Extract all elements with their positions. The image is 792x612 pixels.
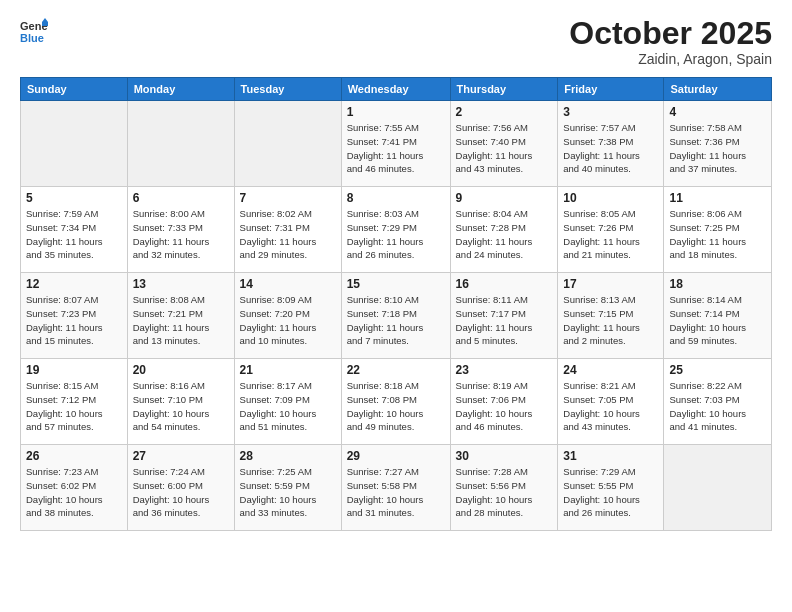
day-number: 22 — [347, 363, 445, 377]
day-cell: 23Sunrise: 8:19 AM Sunset: 7:06 PM Dayli… — [450, 359, 558, 445]
day-info: Sunrise: 8:18 AM Sunset: 7:08 PM Dayligh… — [347, 379, 445, 434]
day-info: Sunrise: 7:29 AM Sunset: 5:55 PM Dayligh… — [563, 465, 658, 520]
day-info: Sunrise: 8:17 AM Sunset: 7:09 PM Dayligh… — [240, 379, 336, 434]
day-number: 16 — [456, 277, 553, 291]
day-info: Sunrise: 7:25 AM Sunset: 5:59 PM Dayligh… — [240, 465, 336, 520]
day-cell: 22Sunrise: 8:18 AM Sunset: 7:08 PM Dayli… — [341, 359, 450, 445]
svg-text:Blue: Blue — [20, 32, 44, 44]
day-number: 30 — [456, 449, 553, 463]
day-cell: 25Sunrise: 8:22 AM Sunset: 7:03 PM Dayli… — [664, 359, 772, 445]
day-number: 4 — [669, 105, 766, 119]
day-number: 9 — [456, 191, 553, 205]
day-number: 17 — [563, 277, 658, 291]
day-info: Sunrise: 7:24 AM Sunset: 6:00 PM Dayligh… — [133, 465, 229, 520]
day-number: 10 — [563, 191, 658, 205]
weekday-saturday: Saturday — [664, 78, 772, 101]
day-info: Sunrise: 8:16 AM Sunset: 7:10 PM Dayligh… — [133, 379, 229, 434]
logo-icon: General Blue — [20, 16, 48, 44]
day-cell: 31Sunrise: 7:29 AM Sunset: 5:55 PM Dayli… — [558, 445, 664, 531]
day-number: 18 — [669, 277, 766, 291]
day-number: 20 — [133, 363, 229, 377]
day-info: Sunrise: 8:08 AM Sunset: 7:21 PM Dayligh… — [133, 293, 229, 348]
day-cell: 10Sunrise: 8:05 AM Sunset: 7:26 PM Dayli… — [558, 187, 664, 273]
day-number: 8 — [347, 191, 445, 205]
day-number: 29 — [347, 449, 445, 463]
day-info: Sunrise: 8:09 AM Sunset: 7:20 PM Dayligh… — [240, 293, 336, 348]
svg-marker-3 — [42, 22, 48, 26]
day-cell: 2Sunrise: 7:56 AM Sunset: 7:40 PM Daylig… — [450, 101, 558, 187]
day-cell: 11Sunrise: 8:06 AM Sunset: 7:25 PM Dayli… — [664, 187, 772, 273]
day-number: 31 — [563, 449, 658, 463]
week-row-5: 26Sunrise: 7:23 AM Sunset: 6:02 PM Dayli… — [21, 445, 772, 531]
day-cell: 19Sunrise: 8:15 AM Sunset: 7:12 PM Dayli… — [21, 359, 128, 445]
day-cell — [127, 101, 234, 187]
day-info: Sunrise: 8:05 AM Sunset: 7:26 PM Dayligh… — [563, 207, 658, 262]
day-info: Sunrise: 7:28 AM Sunset: 5:56 PM Dayligh… — [456, 465, 553, 520]
day-number: 25 — [669, 363, 766, 377]
day-number: 1 — [347, 105, 445, 119]
day-info: Sunrise: 8:04 AM Sunset: 7:28 PM Dayligh… — [456, 207, 553, 262]
day-info: Sunrise: 8:11 AM Sunset: 7:17 PM Dayligh… — [456, 293, 553, 348]
day-number: 11 — [669, 191, 766, 205]
day-number: 19 — [26, 363, 122, 377]
weekday-monday: Monday — [127, 78, 234, 101]
day-info: Sunrise: 8:22 AM Sunset: 7:03 PM Dayligh… — [669, 379, 766, 434]
day-info: Sunrise: 7:23 AM Sunset: 6:02 PM Dayligh… — [26, 465, 122, 520]
logo: General Blue — [20, 16, 48, 44]
day-info: Sunrise: 7:57 AM Sunset: 7:38 PM Dayligh… — [563, 121, 658, 176]
day-cell: 28Sunrise: 7:25 AM Sunset: 5:59 PM Dayli… — [234, 445, 341, 531]
day-cell: 3Sunrise: 7:57 AM Sunset: 7:38 PM Daylig… — [558, 101, 664, 187]
day-cell: 12Sunrise: 8:07 AM Sunset: 7:23 PM Dayli… — [21, 273, 128, 359]
day-cell: 20Sunrise: 8:16 AM Sunset: 7:10 PM Dayli… — [127, 359, 234, 445]
weekday-sunday: Sunday — [21, 78, 128, 101]
day-cell: 6Sunrise: 8:00 AM Sunset: 7:33 PM Daylig… — [127, 187, 234, 273]
day-number: 14 — [240, 277, 336, 291]
day-number: 7 — [240, 191, 336, 205]
day-cell: 24Sunrise: 8:21 AM Sunset: 7:05 PM Dayli… — [558, 359, 664, 445]
day-number: 27 — [133, 449, 229, 463]
day-number: 2 — [456, 105, 553, 119]
day-info: Sunrise: 7:58 AM Sunset: 7:36 PM Dayligh… — [669, 121, 766, 176]
day-number: 5 — [26, 191, 122, 205]
day-info: Sunrise: 8:06 AM Sunset: 7:25 PM Dayligh… — [669, 207, 766, 262]
page-header: General Blue October 2025 Zaidin, Aragon… — [20, 16, 772, 67]
day-cell: 17Sunrise: 8:13 AM Sunset: 7:15 PM Dayli… — [558, 273, 664, 359]
week-row-2: 5Sunrise: 7:59 AM Sunset: 7:34 PM Daylig… — [21, 187, 772, 273]
day-number: 13 — [133, 277, 229, 291]
day-cell: 1Sunrise: 7:55 AM Sunset: 7:41 PM Daylig… — [341, 101, 450, 187]
day-cell: 18Sunrise: 8:14 AM Sunset: 7:14 PM Dayli… — [664, 273, 772, 359]
day-info: Sunrise: 8:00 AM Sunset: 7:33 PM Dayligh… — [133, 207, 229, 262]
weekday-thursday: Thursday — [450, 78, 558, 101]
weekday-header-row: SundayMondayTuesdayWednesdayThursdayFrid… — [21, 78, 772, 101]
day-info: Sunrise: 7:27 AM Sunset: 5:58 PM Dayligh… — [347, 465, 445, 520]
day-info: Sunrise: 7:59 AM Sunset: 7:34 PM Dayligh… — [26, 207, 122, 262]
day-cell — [21, 101, 128, 187]
day-cell: 29Sunrise: 7:27 AM Sunset: 5:58 PM Dayli… — [341, 445, 450, 531]
day-info: Sunrise: 7:55 AM Sunset: 7:41 PM Dayligh… — [347, 121, 445, 176]
day-number: 21 — [240, 363, 336, 377]
day-number: 3 — [563, 105, 658, 119]
weekday-friday: Friday — [558, 78, 664, 101]
week-row-4: 19Sunrise: 8:15 AM Sunset: 7:12 PM Dayli… — [21, 359, 772, 445]
day-cell: 13Sunrise: 8:08 AM Sunset: 7:21 PM Dayli… — [127, 273, 234, 359]
day-cell: 14Sunrise: 8:09 AM Sunset: 7:20 PM Dayli… — [234, 273, 341, 359]
day-cell: 4Sunrise: 7:58 AM Sunset: 7:36 PM Daylig… — [664, 101, 772, 187]
day-number: 28 — [240, 449, 336, 463]
day-number: 6 — [133, 191, 229, 205]
day-cell: 27Sunrise: 7:24 AM Sunset: 6:00 PM Dayli… — [127, 445, 234, 531]
day-number: 24 — [563, 363, 658, 377]
weekday-wednesday: Wednesday — [341, 78, 450, 101]
day-cell: 26Sunrise: 7:23 AM Sunset: 6:02 PM Dayli… — [21, 445, 128, 531]
day-info: Sunrise: 7:56 AM Sunset: 7:40 PM Dayligh… — [456, 121, 553, 176]
day-info: Sunrise: 8:14 AM Sunset: 7:14 PM Dayligh… — [669, 293, 766, 348]
day-cell: 7Sunrise: 8:02 AM Sunset: 7:31 PM Daylig… — [234, 187, 341, 273]
day-cell: 5Sunrise: 7:59 AM Sunset: 7:34 PM Daylig… — [21, 187, 128, 273]
month-title: October 2025 — [569, 16, 772, 51]
week-row-1: 1Sunrise: 7:55 AM Sunset: 7:41 PM Daylig… — [21, 101, 772, 187]
day-info: Sunrise: 8:13 AM Sunset: 7:15 PM Dayligh… — [563, 293, 658, 348]
day-cell: 16Sunrise: 8:11 AM Sunset: 7:17 PM Dayli… — [450, 273, 558, 359]
day-number: 12 — [26, 277, 122, 291]
day-info: Sunrise: 8:10 AM Sunset: 7:18 PM Dayligh… — [347, 293, 445, 348]
week-row-3: 12Sunrise: 8:07 AM Sunset: 7:23 PM Dayli… — [21, 273, 772, 359]
weekday-tuesday: Tuesday — [234, 78, 341, 101]
